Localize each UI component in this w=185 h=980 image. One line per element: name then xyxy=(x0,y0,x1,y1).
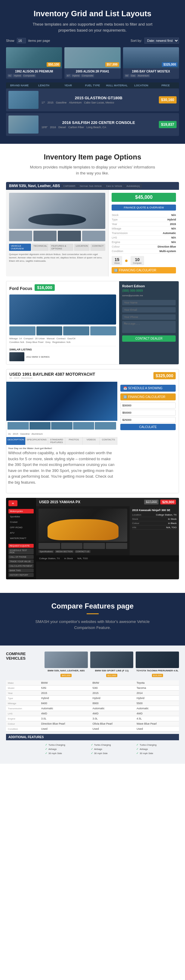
bmw-header: BMW 535i, Navi, Leather, ABS CARS8885 Ge… xyxy=(6,182,179,190)
yamaha-thumb-2[interactable] xyxy=(61,543,83,549)
contact-name-input[interactable] xyxy=(122,300,176,305)
bayliner-thumb-2[interactable] xyxy=(29,422,51,430)
calc-payment-btn[interactable]: CALCULATE PAYMENT xyxy=(8,564,34,568)
model-val-1: 535i xyxy=(40,686,91,690)
schedule-btn[interactable]: 📅 SCHEDULE A SHOWING xyxy=(120,385,176,391)
type-val-1: Hybrid xyxy=(40,696,91,701)
car-card-info-2: 2005 ALISON 2R PX641 87' Hybrid Composit… xyxy=(64,68,120,79)
calc-input-3[interactable] xyxy=(120,417,176,423)
make-val-2: BMW xyxy=(91,680,135,686)
bayliner-thumb-4[interactable] xyxy=(73,422,94,430)
compare-desc: SMASH your competitor's websites with Mo… xyxy=(29,619,156,630)
compare-table: Make BMW BMW Toyota Model 535i 530i Taco… xyxy=(6,680,179,732)
ford-thumb-3[interactable] xyxy=(63,326,89,336)
feature-1-3: ✓30 mph Side xyxy=(45,751,88,755)
compare-row-condition: Condition Used Used Used xyxy=(6,726,179,732)
tab-description[interactable]: DESCRIPTION xyxy=(6,437,26,445)
bayliner-thumb-3[interactable] xyxy=(51,422,72,430)
bank-btn[interactable]: BANK THIS xyxy=(8,568,34,573)
mileage-val-3: 5500 xyxy=(135,701,179,706)
ford-thumb-1[interactable] xyxy=(9,326,35,336)
yamaha-model-label: 2015 Kawasaki Ninja® 300 SE xyxy=(132,509,177,512)
tab-contacts[interactable]: CONTACTS xyxy=(100,437,117,445)
stock2-value: in Stock xyxy=(168,518,177,520)
tab-contact[interactable]: CONTACT xyxy=(90,243,105,251)
yamaha-new-price: $29,000 xyxy=(160,500,176,504)
yamaha-tag-1: Specifications xyxy=(38,550,54,553)
compare-box: 10 Compare xyxy=(131,256,144,265)
sidebar-atv[interactable]: ATV xyxy=(8,531,34,535)
bmw-thumb-4[interactable] xyxy=(82,231,105,241)
bmw-left: VEHICLE OVERVIEW TECHNICAL FEATURES & OP… xyxy=(6,190,108,277)
bmw-thumb-2[interactable] xyxy=(33,231,57,241)
tab-videos[interactable]: VIDEOS xyxy=(83,437,100,445)
yamaha-thumb-3[interactable] xyxy=(83,543,105,549)
bayliner-title: USED 1991 BAYLINER 4387 MOTORYACHT xyxy=(9,372,95,377)
compare-row-model: Model 535i 530i Tacoma xyxy=(6,686,179,690)
bmw-card: BMW 535i, Navi, Leather, ABS CARS8885 Ge… xyxy=(6,182,179,277)
calc-input-1[interactable] xyxy=(120,402,176,409)
list-row-2[interactable]: 2016 SAILFISH 220 CENTER CONSOLE 19'8" 2… xyxy=(6,113,179,136)
list-row-info-1: 2015 GLASTRON GT180B 17' 2015 Gasoline A… xyxy=(41,95,156,104)
car-card-2[interactable]: $57,999 2005 ALISON 2R PX641 87' Hybrid … xyxy=(64,47,120,79)
show-label: Show xyxy=(6,39,14,42)
tab-vehicle-overview[interactable]: VEHICLE OVERVIEW xyxy=(9,243,31,251)
history-btn[interactable]: HISTORY REPORT xyxy=(8,573,34,577)
car-card-1[interactable]: $50,100 1992 ALISON 26 PREMIUM 91' Hybri… xyxy=(6,47,62,79)
contact-message-input[interactable] xyxy=(122,321,176,333)
ford-thumb-4[interactable] xyxy=(90,326,116,336)
ford-thumb-2[interactable] xyxy=(37,326,62,336)
sidebar-motorcycles[interactable]: Motorcycles xyxy=(8,509,34,514)
honda-logo: H xyxy=(8,500,18,506)
year-label: Year xyxy=(6,690,40,696)
bmw-thumb-1[interactable] xyxy=(9,231,32,241)
ford-right: Robert Edison (888) 999-9999 some@yoursi… xyxy=(119,281,179,364)
section-compare: Compare Features page SMASH your competi… xyxy=(0,593,185,646)
list-row-1[interactable]: 2015 GLASTRON GT180B 17' 2015 Gasoline A… xyxy=(6,88,179,111)
tab-features[interactable]: FEATURES & OPTIONS xyxy=(49,243,73,251)
spec-lhs: LHSN/A xyxy=(112,235,176,240)
bmw-financing-btn[interactable]: 🔢 FINANCING CALCULATOR xyxy=(112,267,176,274)
calc-input-2[interactable] xyxy=(120,410,176,416)
section-grid-desc: These templates are also supported with … xyxy=(32,21,153,33)
car-card-title-2: 2005 ALISON 2R PX641 xyxy=(66,70,119,73)
similar-img xyxy=(9,352,24,361)
spec-type: TypeHybrid xyxy=(112,218,176,222)
check-icon: ✓ xyxy=(45,743,48,746)
colour-label: Colour xyxy=(6,721,40,726)
schedule-test-btn[interactable]: SCHEDULE TEST RIDE xyxy=(8,548,34,554)
yamaha-bottom-stock: in Stock xyxy=(64,557,73,560)
bmw-thumb-3[interactable] xyxy=(58,231,81,241)
sidebar-watercraft[interactable]: WATERCRAFT xyxy=(8,536,34,541)
bayliner-thumb-1[interactable] xyxy=(8,422,29,430)
calc-submit-btn[interactable]: CALCULATE xyxy=(120,424,176,430)
financing-calc-btn[interactable]: 🔢 FINANCING CALCULATOR xyxy=(120,393,176,400)
sidebar-offroad[interactable]: OFF-ROAD xyxy=(8,525,34,530)
car-card-3[interactable]: $325,000 1995 BAY CRAFT MOSTEX 93' Gas A… xyxy=(123,47,179,79)
tab-specifications[interactable]: SPECIFICATIONS xyxy=(26,437,48,445)
tab-location[interactable]: LOCATION xyxy=(74,243,89,251)
show-input[interactable] xyxy=(17,38,26,43)
contact-email-input[interactable] xyxy=(122,307,176,313)
sort-label: Sort by: xyxy=(131,39,142,42)
yamaha-thumb-1[interactable] xyxy=(38,543,60,549)
sidebar-cruiser[interactable]: Cruiser xyxy=(8,520,34,524)
contact-phone-input[interactable] xyxy=(122,314,176,320)
trade-value-btn[interactable]: TRADE YOUR VALUE xyxy=(8,560,34,563)
contact-dealer-btn[interactable]: CONTACT DEALER xyxy=(122,336,176,342)
tab-technical[interactable]: TECHNICAL xyxy=(32,243,49,251)
tab-standard[interactable]: STANDARD FEATURES xyxy=(48,437,65,445)
sort-select[interactable]: Date: newest first xyxy=(144,38,179,44)
request-quote-btn[interactable]: REQUEST A QUOTE xyxy=(8,544,34,548)
yamaha-action-btns: REQUEST A QUOTE SCHEDULE TEST RIDE CALL … xyxy=(8,544,34,577)
yamaha-thumb-4[interactable] xyxy=(106,543,128,549)
sidebar-sportbike[interactable]: Sportbike xyxy=(8,514,34,519)
call-btn[interactable]: CALL OF PHONE xyxy=(8,555,34,559)
bayliner-thumb-5[interactable] xyxy=(95,422,116,430)
ford-layout: Ford Focus $16,000 Mileage: 14 Compact 2… xyxy=(6,281,179,364)
tab-photos[interactable]: PHOTOS xyxy=(65,437,83,445)
compare-header: COMPARE VEHICLES BMW 535i, NAVI, LEATHER… xyxy=(6,652,179,678)
check-icon: ✓ xyxy=(136,743,139,746)
bmw-finance-btn[interactable]: FINANCE QUOTE & OVERVIEW xyxy=(112,205,176,210)
yamaha-bike-section: Specifications MEDIA SECTION CONTACT US xyxy=(36,506,130,555)
